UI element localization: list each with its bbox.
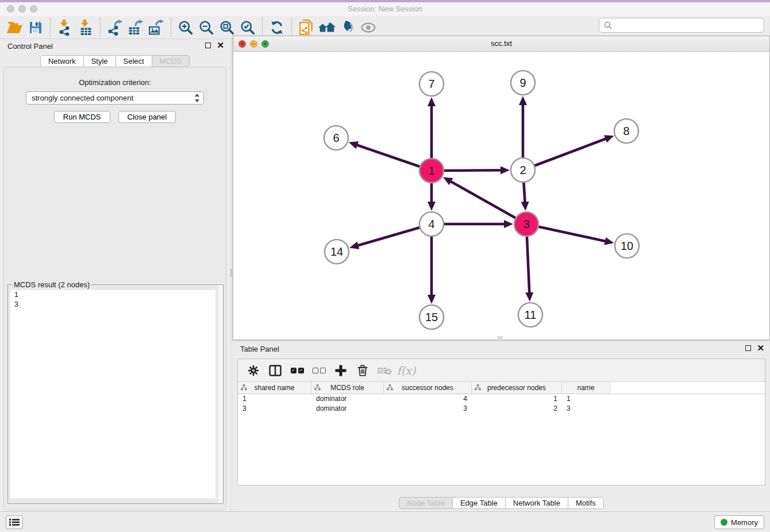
split-panel-icon[interactable] xyxy=(267,362,284,379)
column-header-successor-nodes[interactable]: successor nodes xyxy=(384,382,472,394)
table-settings-gear-icon[interactable] xyxy=(245,362,262,379)
graph-edge[interactable] xyxy=(449,180,526,224)
save-session-button[interactable] xyxy=(25,17,46,38)
tab-style[interactable]: Style xyxy=(84,55,116,67)
graph-node-6[interactable]: 6 xyxy=(324,126,348,150)
run-mcds-button[interactable]: Run MCDS xyxy=(54,111,110,123)
tab-motifs[interactable]: Motifs xyxy=(568,497,604,509)
graph-node-2[interactable]: 2 xyxy=(511,158,535,182)
search-input[interactable] xyxy=(615,21,759,30)
zoom-window-button[interactable] xyxy=(30,5,37,13)
table-cell[interactable]: 2 xyxy=(472,404,562,414)
tab-edge-table[interactable]: Edge Table xyxy=(453,497,506,509)
table-cell[interactable]: 1 xyxy=(562,394,610,404)
zoom-fit-button[interactable] xyxy=(217,17,237,38)
svg-text:2: 2 xyxy=(519,164,526,176)
task-history-button[interactable] xyxy=(6,515,23,529)
network-canvas-svg[interactable]: 7968124314101511 xyxy=(233,52,770,340)
style-brush-button[interactable] xyxy=(337,17,358,38)
graph-node-1[interactable]: 1 xyxy=(419,159,444,183)
close-view-button[interactable]: × xyxy=(238,40,246,48)
table-cell[interactable]: 3 xyxy=(562,404,610,414)
result-scrollbar[interactable] xyxy=(218,285,223,503)
graph-node-15[interactable]: 15 xyxy=(419,305,444,329)
table-panel: Table Panel ✕ ✓✓ xyxy=(233,342,770,511)
refresh-layout-button[interactable] xyxy=(267,17,287,38)
column-header-name[interactable]: name xyxy=(562,382,610,394)
graph-edge[interactable] xyxy=(523,138,608,170)
graph-node-9[interactable]: 9 xyxy=(511,71,535,95)
close-panel-icon[interactable]: ✕ xyxy=(217,43,224,48)
mcds-result-line: 1 xyxy=(10,290,215,300)
deselect-checkboxes-icon[interactable] xyxy=(310,362,328,379)
svg-text:10: 10 xyxy=(621,240,633,252)
minimize-window-button[interactable] xyxy=(18,5,26,13)
toolbar-separator xyxy=(100,18,101,37)
close-window-button[interactable] xyxy=(7,5,14,13)
canvas-scroll-thumb[interactable] xyxy=(497,336,503,339)
tab-network-table[interactable]: Network Table xyxy=(506,497,568,509)
graph-node-3[interactable]: 3 xyxy=(514,212,538,236)
graph-node-14[interactable]: 14 xyxy=(325,240,349,264)
svg-text:14: 14 xyxy=(330,245,343,258)
graph-node-11[interactable]: 11 xyxy=(518,303,542,327)
graph-edge-arrowhead xyxy=(349,141,359,149)
graph-edge-arrowhead xyxy=(521,202,529,211)
tab-mcds[interactable]: MCDS xyxy=(152,55,190,67)
column-header-label: predecessor nodes xyxy=(487,384,546,392)
export-network-button[interactable] xyxy=(105,17,125,38)
network-canvas[interactable]: 7968124314101511 xyxy=(233,52,769,340)
mcds-result-values[interactable]: 13 xyxy=(10,290,215,498)
add-column-icon[interactable] xyxy=(332,362,349,379)
tab-select[interactable]: Select xyxy=(116,55,152,67)
table-cell[interactable]: 1 xyxy=(238,394,311,404)
home-button[interactable] xyxy=(317,17,337,38)
maximize-view-button[interactable]: + xyxy=(261,40,269,48)
table-cell[interactable]: 4 xyxy=(384,394,472,404)
svg-text:7: 7 xyxy=(428,78,434,90)
close-table-panel-icon[interactable]: ✕ xyxy=(757,345,764,351)
memory-button[interactable]: Memory xyxy=(714,515,764,529)
graph-node-8[interactable]: 8 xyxy=(614,119,638,143)
zoom-in-button[interactable] xyxy=(175,17,196,38)
node-table-frame: ✓✓ f(x) shared nameMCDS rolesuccessor no… xyxy=(237,358,765,485)
table-cell[interactable]: dominator xyxy=(311,394,384,404)
graph-node-4[interactable]: 4 xyxy=(419,212,444,236)
column-header-shared-name[interactable]: shared name xyxy=(238,382,311,394)
tab-node-table[interactable]: Node Table xyxy=(399,497,453,509)
minimize-view-button[interactable]: − xyxy=(250,40,257,48)
export-image-button[interactable] xyxy=(146,17,167,38)
table-row[interactable]: 3dominator323 xyxy=(238,404,765,414)
table-cell[interactable]: dominator xyxy=(311,404,384,414)
zoom-selected-button[interactable] xyxy=(237,17,258,38)
export-table-button[interactable] xyxy=(125,17,146,38)
graph-node-7[interactable]: 7 xyxy=(419,72,444,96)
column-header-predecessor-nodes[interactable]: predecessor nodes xyxy=(472,382,562,394)
import-table-button[interactable] xyxy=(75,17,96,38)
table-cell[interactable]: 3 xyxy=(238,404,311,414)
list-icon xyxy=(9,518,20,526)
mcds-tab-content: Optimization criterion: strongly connect… xyxy=(3,67,226,510)
graph-edge-arrowhead xyxy=(519,96,527,105)
table-cell[interactable]: 3 xyxy=(384,404,472,414)
select-all-checkboxes-icon[interactable]: ✓✓ xyxy=(288,362,306,379)
graph-node-10[interactable]: 10 xyxy=(615,234,639,258)
float-table-panel-icon[interactable] xyxy=(745,345,751,351)
show-hide-graphics-button[interactable] xyxy=(358,17,379,38)
main-titlebar: Session: New Session xyxy=(0,2,770,16)
graph-edge-arrowhead xyxy=(500,166,510,174)
table-cell[interactable]: 1 xyxy=(472,394,562,404)
network-title: scc.txt xyxy=(233,36,769,51)
delete-column-icon[interactable] xyxy=(354,362,371,379)
close-panel-button[interactable]: Close panel xyxy=(118,111,176,123)
float-panel-icon[interactable] xyxy=(205,43,211,48)
table-row[interactable]: 1dominator411 xyxy=(238,394,765,404)
copy-network-view-button[interactable] xyxy=(296,17,317,38)
tab-network[interactable]: Network xyxy=(40,55,84,67)
zoom-out-button[interactable] xyxy=(196,17,217,38)
open-file-button[interactable] xyxy=(5,17,25,38)
criterion-dropdown[interactable]: strongly connected component xyxy=(26,91,204,105)
search-field[interactable] xyxy=(599,18,764,33)
column-header-MCDS-role[interactable]: MCDS role xyxy=(311,382,384,394)
import-network-button[interactable] xyxy=(55,17,75,38)
